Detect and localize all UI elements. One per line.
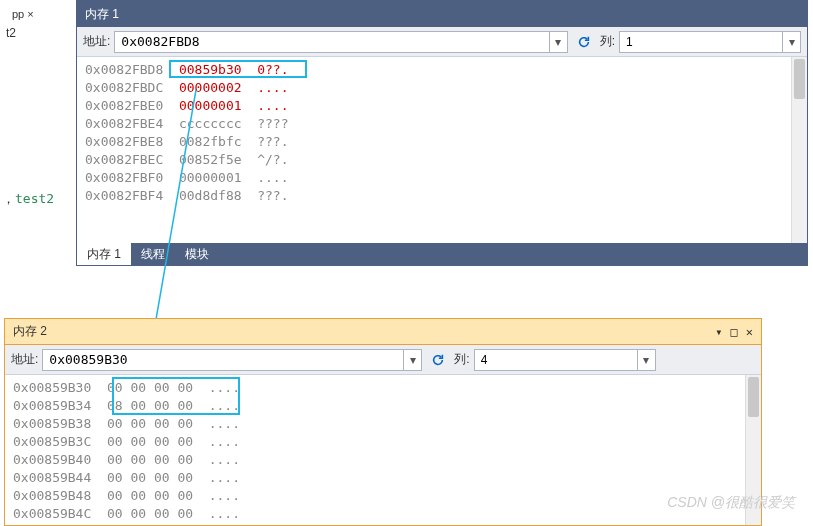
scroll-thumb[interactable] <box>794 59 805 99</box>
memory-row[interactable]: 0x00859B34 08 00 00 00 .... <box>13 397 753 415</box>
tab-pp[interactable]: pp × <box>6 6 40 22</box>
refresh-button[interactable] <box>572 31 596 53</box>
memory-row[interactable]: 0x00859B48 00 00 00 00 .... <box>13 487 753 505</box>
memory-row[interactable]: 0x0082FBF4 00d8df88 ???. <box>85 187 799 205</box>
panel1-scrollbar[interactable] <box>791 57 807 243</box>
memory-row[interactable]: 0x0082FBE8 0082fbfc ???. <box>85 133 799 151</box>
window-menu-icon[interactable]: ▾ <box>715 325 722 339</box>
columns-combo[interactable]: ▾ <box>619 31 801 53</box>
memory-row[interactable]: 0x0082FBDC 00000002 .... <box>85 79 799 97</box>
columns-label: 列: <box>600 33 615 50</box>
refresh-icon <box>577 35 591 49</box>
tab-modules[interactable]: 模块 <box>175 243 219 265</box>
columns-combo[interactable]: ▾ <box>474 349 656 371</box>
columns-input[interactable] <box>620 32 782 52</box>
memory-panel-2: 内存 2 ▾ □ ✕ 地址: ▾ 列: ▾ 0x00859B30 00 00 0… <box>4 318 762 526</box>
close-icon[interactable]: ✕ <box>746 325 753 339</box>
panel1-tabstrip: 内存 1 线程 模块 <box>77 243 807 265</box>
address-input-combo[interactable]: ▾ <box>114 31 567 53</box>
columns-dropdown-icon[interactable]: ▾ <box>637 350 655 370</box>
refresh-button[interactable] <box>426 349 450 371</box>
memory-row[interactable]: 0x00859B30 00 00 00 00 .... <box>13 379 753 397</box>
memory-panel-1: 内存 1 地址: ▾ 列: ▾ 0x0082FBD8 00859b30 0??.… <box>76 0 808 266</box>
columns-label: 列: <box>454 351 469 368</box>
address-input[interactable] <box>115 32 548 52</box>
columns-dropdown-icon[interactable]: ▾ <box>782 32 800 52</box>
maximize-icon[interactable]: □ <box>731 325 738 339</box>
memory-row[interactable]: 0x0082FBD8 00859b30 0??. <box>85 61 799 79</box>
memory-row[interactable]: 0x00859B38 00 00 00 00 .... <box>13 415 753 433</box>
panel1-memory-area[interactable]: 0x0082FBD8 00859b30 0??.0x0082FBDC 00000… <box>77 57 807 243</box>
address-label: 地址: <box>11 351 38 368</box>
close-icon[interactable]: × <box>27 8 33 20</box>
panel2-title: 内存 2 <box>13 323 47 340</box>
scroll-thumb[interactable] <box>748 377 759 417</box>
address-dropdown-icon[interactable]: ▾ <box>403 350 421 370</box>
address-dropdown-icon[interactable]: ▾ <box>549 32 567 52</box>
memory-row[interactable]: 0x0082FBE4 cccccccc ???? <box>85 115 799 133</box>
tab-t2[interactable]: t2 <box>6 26 69 40</box>
memory-row[interactable]: 0x00859B44 00 00 00 00 .... <box>13 469 753 487</box>
memory-row[interactable]: 0x00859B40 00 00 00 00 .... <box>13 451 753 469</box>
refresh-icon <box>431 353 445 367</box>
panel1-title-bar[interactable]: 内存 1 <box>77 1 807 27</box>
tab-memory-1[interactable]: 内存 1 <box>77 243 131 265</box>
memory-row[interactable]: 0x0082FBF0 00000001 .... <box>85 169 799 187</box>
panel2-scrollbar[interactable] <box>745 375 761 525</box>
address-input[interactable] <box>43 350 403 370</box>
memory-row[interactable]: 0x0082FBE0 00000001 .... <box>85 97 799 115</box>
panel2-title-bar[interactable]: 内存 2 ▾ □ ✕ <box>5 319 761 345</box>
memory-row[interactable]: 0x00859B3C 00 00 00 00 .... <box>13 433 753 451</box>
memory-row[interactable]: 0x0082FBEC 00852f5e ^/?. <box>85 151 799 169</box>
panel2-toolbar: 地址: ▾ 列: ▾ <box>5 345 761 375</box>
code-fragment: ，test2 <box>2 190 54 208</box>
panel1-toolbar: 地址: ▾ 列: ▾ <box>77 27 807 57</box>
tab-threads[interactable]: 线程 <box>131 243 175 265</box>
address-input-combo[interactable]: ▾ <box>42 349 422 371</box>
address-label: 地址: <box>83 33 110 50</box>
panel1-title: 内存 1 <box>85 6 119 23</box>
columns-input[interactable] <box>475 350 637 370</box>
memory-row[interactable]: 0x00859B4C 00 00 00 00 .... <box>13 505 753 523</box>
panel2-memory-area[interactable]: 0x00859B30 00 00 00 00 ....0x00859B34 08… <box>5 375 761 525</box>
